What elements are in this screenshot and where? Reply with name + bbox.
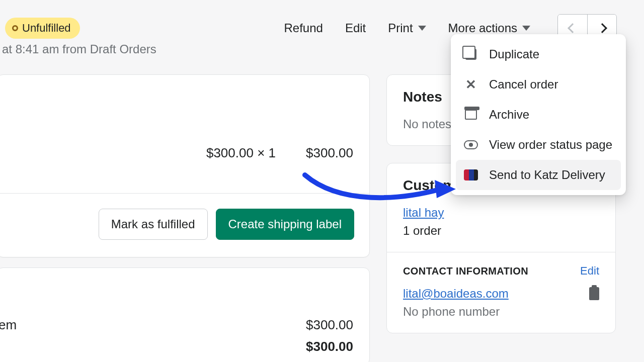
menu-item-archive[interactable]: Archive [456, 100, 621, 130]
clipboard-icon[interactable] [589, 287, 599, 300]
eye-icon [464, 138, 478, 152]
menu-item-label: View order status page [489, 138, 612, 152]
caret-down-icon [418, 26, 426, 31]
summary-row-label: em [0, 317, 17, 333]
fulfillment-card: $300.00 × 1 $300.00 Mark as fulfilled Cr… [0, 74, 370, 257]
more-actions-label: More actions [448, 21, 517, 35]
menu-item-duplicate[interactable]: Duplicate [456, 39, 621, 69]
menu-item-label: Cancel order [489, 77, 558, 92]
edit-button[interactable]: Edit [345, 21, 366, 35]
mark-fulfilled-button[interactable]: Mark as fulfilled [99, 209, 208, 240]
customer-name-link[interactable]: lital hay [403, 206, 599, 220]
chevron-right-icon [597, 23, 607, 33]
status-dot-icon [12, 25, 18, 31]
menu-item-label: Send to Katz Delivery [489, 168, 605, 182]
no-phone-text: No phone number [403, 305, 599, 319]
customer-email-link[interactable]: lital@boaideas.com [403, 287, 509, 301]
customer-order-count: 1 order [403, 224, 599, 238]
contact-info-heading: CONTACT INFORMATION [403, 265, 528, 277]
menu-item-label: Archive [489, 108, 529, 122]
more-actions-dropdown: Duplicate ✕ Cancel order Archive View or… [451, 34, 626, 195]
create-shipping-label-button[interactable]: Create shipping label [216, 209, 354, 240]
edit-contact-button[interactable]: Edit [580, 264, 599, 278]
duplicate-icon [464, 47, 478, 61]
summary-row-value: $300.00 [306, 317, 353, 333]
menu-item-view-status[interactable]: View order status page [456, 130, 621, 160]
archive-icon [464, 108, 478, 122]
status-badge-label: Unfulfilled [22, 22, 71, 35]
line-item-total: $300.00 [306, 145, 353, 161]
menu-item-label: Duplicate [489, 47, 539, 61]
menu-item-cancel-order[interactable]: ✕ Cancel order [456, 69, 621, 100]
truck-icon [464, 168, 478, 182]
status-badge-unfulfilled: Unfulfilled [5, 18, 80, 39]
caret-down-icon [522, 26, 530, 31]
line-item-unit-qty: $300.00 × 1 [206, 145, 276, 161]
close-icon: ✕ [464, 77, 478, 92]
print-label: Print [388, 21, 413, 35]
chevron-left-icon [568, 23, 578, 33]
print-button[interactable]: Print [388, 21, 426, 35]
summary-card: em $300.00 $300.00 [0, 267, 370, 362]
order-subtitle: at 8:41 am from Draft Orders [2, 42, 156, 56]
refund-button[interactable]: Refund [284, 21, 323, 35]
menu-item-send-katz-delivery[interactable]: Send to Katz Delivery [456, 160, 621, 190]
more-actions-button[interactable]: More actions [448, 21, 530, 35]
summary-total-value: $300.00 [306, 339, 353, 354]
